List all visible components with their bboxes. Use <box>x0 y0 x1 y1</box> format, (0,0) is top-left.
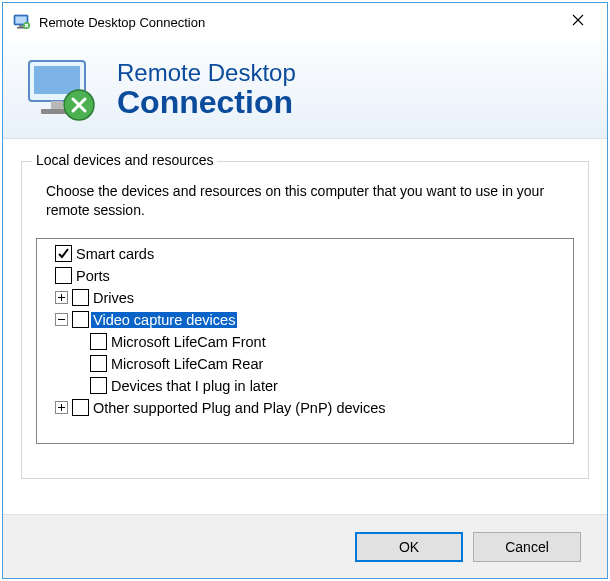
checkbox[interactable] <box>55 267 72 284</box>
tree-item[interactable]: Video capture devices <box>41 309 569 331</box>
rdc-logo-icon <box>23 51 101 129</box>
header-text: Remote Desktop Connection <box>117 60 296 120</box>
title-bar-text: Remote Desktop Connection <box>39 15 557 30</box>
groupbox-title: Local devices and resources <box>32 152 217 168</box>
checkbox[interactable] <box>72 289 89 306</box>
tree-item-label[interactable]: Smart cards <box>74 246 156 262</box>
close-button[interactable] <box>557 5 599 35</box>
checkbox[interactable] <box>90 377 107 394</box>
instructions-text: Choose the devices and resources on this… <box>46 182 574 220</box>
header-line1: Remote Desktop <box>117 60 296 86</box>
tree-item-label[interactable]: Video capture devices <box>91 312 237 328</box>
tree-item-label[interactable]: Other supported Plug and Play (PnP) devi… <box>91 400 388 416</box>
dialog-window: Remote Desktop Connection Remote Desktop <box>2 2 608 579</box>
expand-icon[interactable] <box>55 291 68 304</box>
tree-item[interactable]: Other supported Plug and Play (PnP) devi… <box>41 397 569 419</box>
tree-item[interactable]: Microsoft LifeCam Rear <box>41 353 569 375</box>
header-line2: Connection <box>117 86 296 120</box>
content-area: Local devices and resources Choose the d… <box>3 139 607 514</box>
svg-rect-6 <box>34 66 80 94</box>
tree-item[interactable]: Smart cards <box>41 243 569 265</box>
tree-item[interactable]: Microsoft LifeCam Front <box>41 331 569 353</box>
svg-rect-2 <box>19 25 23 27</box>
app-icon <box>13 13 31 31</box>
checkbox[interactable] <box>90 355 107 372</box>
tree-item-label[interactable]: Drives <box>91 290 136 306</box>
title-bar[interactable]: Remote Desktop Connection <box>3 3 607 41</box>
tree-item-label[interactable]: Ports <box>74 268 112 284</box>
checkbox[interactable] <box>72 311 89 328</box>
expand-icon[interactable] <box>55 401 68 414</box>
collapse-icon[interactable] <box>55 313 68 326</box>
tree-item-label[interactable]: Microsoft LifeCam Front <box>109 334 268 350</box>
tree-item[interactable]: Ports <box>41 265 569 287</box>
local-devices-groupbox: Local devices and resources Choose the d… <box>21 161 589 479</box>
checkbox[interactable] <box>55 245 72 262</box>
tree-item[interactable]: Devices that I plug in later <box>41 375 569 397</box>
svg-rect-7 <box>51 101 63 109</box>
device-tree[interactable]: Smart cardsPortsDrivesVideo capture devi… <box>36 238 574 444</box>
tree-item-label[interactable]: Microsoft LifeCam Rear <box>109 356 265 372</box>
checkbox[interactable] <box>72 399 89 416</box>
tree-item-label[interactable]: Devices that I plug in later <box>109 378 280 394</box>
close-icon <box>572 14 584 26</box>
header-banner: Remote Desktop Connection <box>3 41 607 139</box>
cancel-button[interactable]: Cancel <box>473 532 581 562</box>
ok-button[interactable]: OK <box>355 532 463 562</box>
dialog-footer: OK Cancel <box>3 514 607 578</box>
tree-item[interactable]: Drives <box>41 287 569 309</box>
checkbox[interactable] <box>90 333 107 350</box>
